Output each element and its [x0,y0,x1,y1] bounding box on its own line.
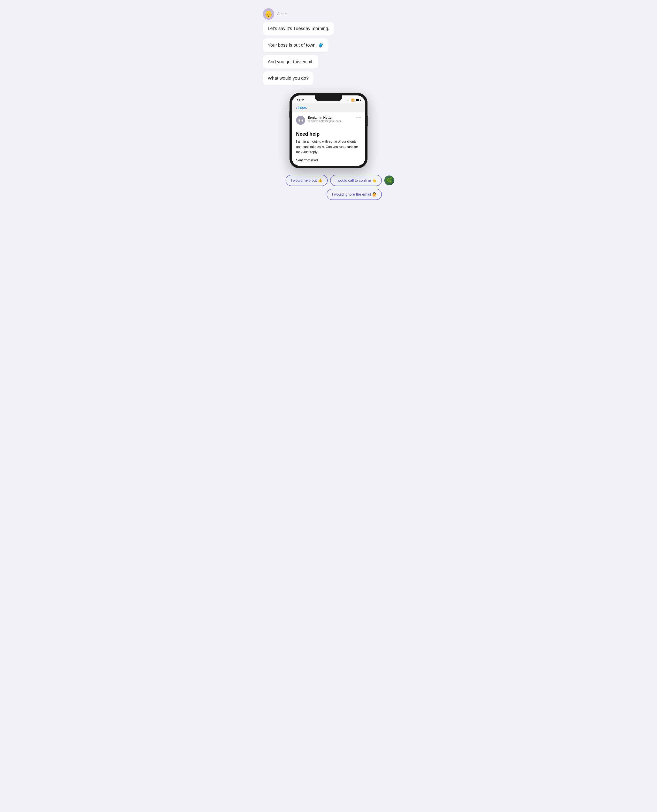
phone-side-button-right [367,115,368,126]
phone-side-button-left [289,112,290,118]
albert-header: 👴 Albert [263,8,394,20]
email-body: I am in a meeting with some of our clien… [296,139,361,155]
email-signature: Sent from iPad [296,159,361,162]
signal-bar-4 [350,99,350,101]
response-area: I would help out 👍 I would call to confi… [263,175,394,200]
sender-email: benjamin.netter@gmail.com [308,120,353,123]
chat-container: 👴 Albert Let's say it's Tuesday morning.… [263,8,394,200]
email-time: now [356,116,361,119]
email-subject: Need help [296,131,361,137]
phone-inner: 12:11 📶 [292,95,365,166]
message-3: And you get this email. [263,55,318,69]
signal-bar-2 [347,100,348,101]
inbox-back[interactable]: ‹ Inbox [296,106,307,110]
messages-area: Let's say it's Tuesday morning. Your bos… [263,22,394,88]
user-avatar: 🌿 [385,176,394,185]
sender-avatar: BN [296,116,305,125]
message-2: Your boss is out of town. 🧳 [263,38,328,52]
status-icons: 📶 [347,98,360,102]
phone-email-content: BN Benjamin Netter benjamin.netter@gmail… [292,112,365,166]
response-row-2: I would ignore the email 🙅 [327,189,394,200]
phone-status-bar: 12:11 📶 [292,95,365,103]
sender-name: Benjamin Netter [308,116,353,120]
phone-mockup-container: 12:11 📶 [263,93,394,168]
message-1: Let's say it's Tuesday morning. [263,22,334,36]
albert-name: Albert [277,12,287,16]
signal-bars [347,99,350,101]
wifi-icon: 📶 [351,98,355,102]
albert-avatar: 👴 [263,8,274,20]
sender-info: Benjamin Netter benjamin.netter@gmail.co… [308,116,353,123]
battery-fill [356,100,359,101]
inbox-label: Inbox [298,106,307,110]
battery-icon [356,99,360,101]
call-to-confirm-button[interactable]: I would call to confirm 👆 [330,175,382,186]
user-avatar-placeholder [385,190,394,199]
phone-notch [315,95,342,101]
inbox-back-arrow: ‹ [296,106,297,110]
phone-mockup: 12:11 📶 [290,93,367,168]
signal-bar-3 [349,100,349,101]
email-sender-row: BN Benjamin Netter benjamin.netter@gmail… [296,116,361,128]
signal-bar-1 [347,101,347,101]
phone-inbox-header: ‹ Inbox [292,103,365,112]
response-row-1: I would help out 👍 I would call to confi… [286,175,394,186]
ignore-email-button[interactable]: I would ignore the email 🙅 [327,189,382,200]
help-out-button[interactable]: I would help out 👍 [286,175,328,186]
message-4: What would you do? [263,72,313,85]
status-time: 12:11 [297,98,305,102]
